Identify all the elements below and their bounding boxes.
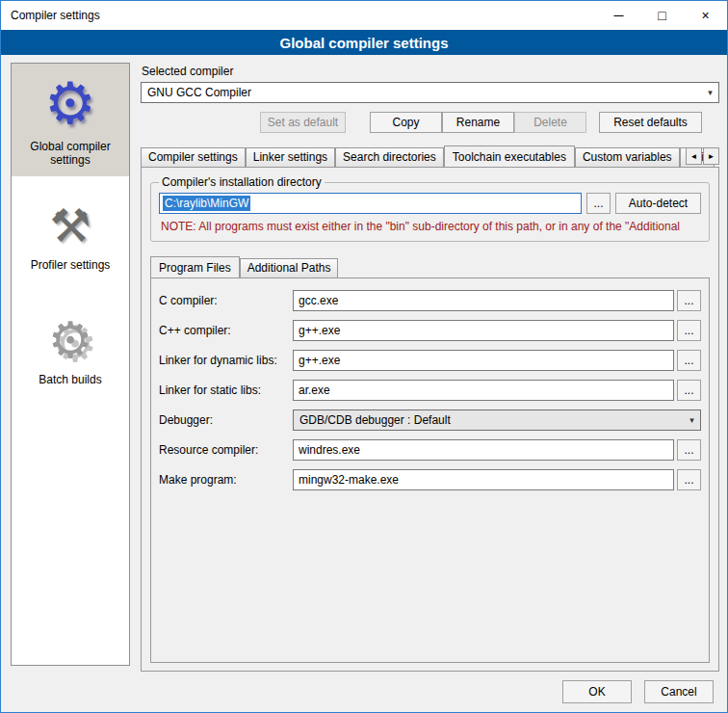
browse-button[interactable]: ... — [677, 439, 701, 461]
copy-button[interactable]: Copy — [370, 112, 442, 133]
dialog-footer: OK Cancel — [1, 672, 727, 712]
installation-directory-value: C:\raylib\MinGW — [163, 196, 250, 211]
titlebar: Compiler settings ─ □ × — [1, 1, 727, 30]
tab-scroll-right-icon[interactable]: ► — [703, 147, 719, 165]
debugger-select[interactable]: GDB/CDB debugger : Default ▾ — [293, 409, 701, 431]
dialog-content: ⚙ Global compiler settings ⚒ Profiler se… — [1, 55, 727, 672]
form-row-cpp-compiler: C++ compiler: ... — [159, 320, 701, 341]
program-files-tab-strip: Program Files Additional Paths — [150, 253, 710, 277]
gear-icon: ⚙ — [44, 73, 96, 135]
browse-button[interactable]: ... — [677, 320, 701, 341]
field-label: Debugger: — [159, 413, 293, 427]
browse-directory-button[interactable]: ... — [586, 193, 611, 214]
close-button[interactable]: × — [684, 1, 727, 30]
field-label: C++ compiler: — [159, 324, 293, 337]
make-program-input[interactable] — [293, 469, 674, 490]
field-label: C compiler: — [159, 294, 293, 307]
compiler-buttons-row: Set as default Copy Rename Delete Reset … — [141, 112, 719, 133]
sidebar-item-label: Global compiler settings — [13, 140, 127, 167]
form-row-c-compiler: C compiler: ... — [159, 290, 701, 311]
linker-dynamic-input[interactable] — [293, 350, 674, 371]
toolchain-executables-page: Compiler's installation directory C:\ray… — [141, 167, 719, 672]
browse-button[interactable]: ... — [677, 469, 701, 490]
tab-scroll-arrows: ◄ ► — [686, 147, 719, 165]
chevron-down-icon: ▾ — [684, 415, 700, 425]
tab-search-directories[interactable]: Search directories — [335, 147, 444, 167]
resource-compiler-input[interactable] — [293, 439, 674, 461]
window-controls: ─ □ × — [597, 1, 727, 30]
selected-compiler-label: Selected compiler — [142, 65, 719, 78]
installation-directory-input[interactable]: C:\raylib\MinGW — [159, 193, 582, 214]
field-label: Linker for static libs: — [159, 383, 293, 397]
sidebar-item-profiler-settings[interactable]: ⚒ Profiler settings — [12, 176, 129, 281]
compiler-settings-window: Compiler settings ─ □ × Global compiler … — [0, 0, 728, 713]
tab-program-files[interactable]: Program Files — [150, 256, 240, 277]
dialog-header: Global compiler settings — [1, 30, 727, 55]
installation-directory-row: C:\raylib\MinGW ... Auto-detect — [159, 193, 701, 214]
tab-additional-paths[interactable]: Additional Paths — [240, 258, 339, 277]
rename-button[interactable]: Rename — [442, 112, 514, 133]
sidebar: ⚙ Global compiler settings ⚒ Profiler se… — [11, 63, 130, 666]
sidebar-item-batch-builds[interactable]: ⚙ Batch builds — [12, 281, 129, 396]
chevron-down-icon: ▾ — [702, 88, 718, 97]
settings-tab-strip: Compiler settings Linker settings Search… — [141, 143, 719, 167]
cpp-compiler-input[interactable] — [293, 320, 674, 341]
tab-toolchain-executables[interactable]: Toolchain executables — [444, 145, 575, 167]
minimize-button[interactable]: ─ — [597, 1, 640, 30]
field-label: Make program: — [159, 473, 293, 487]
compiler-select[interactable]: GNU GCC Compiler ▾ — [141, 82, 719, 103]
field-label: Linker for dynamic libs: — [159, 354, 293, 367]
sidebar-item-label: Batch builds — [39, 373, 101, 386]
linker-static-input[interactable] — [293, 380, 674, 401]
auto-detect-button[interactable]: Auto-detect — [615, 193, 701, 214]
set-as-default-button[interactable]: Set as default — [260, 112, 346, 133]
gears-icon: ⚙ — [48, 312, 93, 368]
tab-compiler-settings[interactable]: Compiler settings — [141, 147, 246, 167]
tab-scroll-left-icon[interactable]: ◄ — [686, 147, 702, 165]
tab-linker-settings[interactable]: Linker settings — [246, 147, 335, 167]
window-title: Compiler settings — [1, 9, 100, 22]
browse-button[interactable]: ... — [677, 290, 701, 311]
delete-button[interactable]: Delete — [514, 112, 586, 133]
c-compiler-input[interactable] — [293, 290, 674, 311]
debugger-select-value: GDB/CDB debugger : Default — [294, 413, 684, 427]
sidebar-item-global-compiler-settings[interactable]: ⚙ Global compiler settings — [12, 64, 129, 176]
compiler-select-value: GNU GCC Compiler — [142, 86, 702, 99]
browse-button[interactable]: ... — [677, 380, 701, 401]
form-row-linker-static: Linker for static libs: ... — [159, 380, 701, 401]
cancel-button[interactable]: Cancel — [644, 680, 714, 703]
form-row-debugger: Debugger: GDB/CDB debugger : Default ▾ — [159, 409, 701, 431]
maximize-button[interactable]: □ — [640, 1, 684, 30]
field-label: Resource compiler: — [159, 443, 293, 457]
ok-button[interactable]: OK — [562, 680, 632, 703]
installation-directory-legend: Compiler's installation directory — [159, 175, 325, 189]
form-row-make-program: Make program: ... — [159, 469, 701, 490]
bin-subdirectory-note: NOTE: All programs must exist either in … — [161, 220, 701, 233]
form-row-linker-dynamic: Linker for dynamic libs: ... — [159, 350, 701, 371]
browse-button[interactable]: ... — [677, 350, 701, 371]
tab-custom-variables[interactable]: Custom variables — [575, 147, 680, 167]
main-panel: Selected compiler GNU GCC Compiler ▾ Set… — [141, 63, 719, 672]
installation-directory-group: Compiler's installation directory C:\ray… — [150, 175, 710, 242]
reset-defaults-button[interactable]: Reset defaults — [599, 112, 702, 133]
program-files-panel: C compiler: ... C++ compiler: ... Linker… — [150, 277, 710, 663]
profiler-tools-icon: ⚒ — [49, 199, 91, 253]
form-row-resource-compiler: Resource compiler: ... — [159, 439, 701, 461]
sidebar-item-label: Profiler settings — [31, 258, 111, 272]
